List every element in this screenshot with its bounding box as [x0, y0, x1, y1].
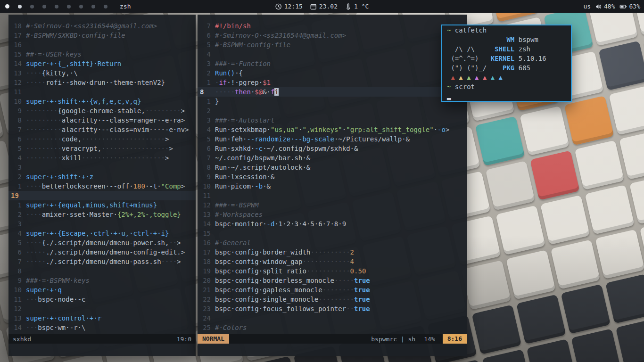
bar-center-modules: 12:15 23.02 1 °C: [275, 0, 369, 13]
workspace-dot-6[interactable]: [67, 5, 71, 8]
editor-line[interactable]: 2super·+·shift·+·z: [8, 172, 196, 181]
editor-line[interactable]: 17#·BSPWM/SXKBD·config·file: [8, 31, 196, 40]
editor-line[interactable]: 12·····rofi·-show·drun·-theme·ntenV2}: [8, 78, 196, 87]
editor-line[interactable]: 14super·+·{_,shift}·Return: [8, 59, 196, 68]
code-token: betterlockscreen·--off·: [42, 182, 133, 190]
editor-line[interactable]: 6·····./.script/dmenu/dmenu-config-edit.…: [8, 247, 196, 257]
editor-line[interactable]: 5Run·feh·--randomize·--bg-scale·~/Pictur…: [198, 134, 467, 144]
editor-line[interactable]: 21bspc·config·gapless_monocle········tru…: [198, 285, 467, 295]
editor-line[interactable]: 13super·+·control·+·r: [8, 313, 196, 323]
code-token: "grp:alt_shift_toggle": [346, 126, 433, 133]
editor-line[interactable]: 25#·Colors: [198, 323, 467, 332]
editor-line[interactable]: 5·········veracrypt,·················>: [8, 144, 196, 153]
editor-line[interactable]: 13#·Workspaces: [198, 210, 467, 219]
editor-line[interactable]: 7#!/bin/sh: [198, 21, 467, 31]
keyboard-layout-module[interactable]: us: [583, 3, 591, 10]
editor-line[interactable]: 3###·=·Autostart: [198, 115, 467, 125]
editor-line[interactable]: 4·········xkill·····················>: [8, 153, 196, 163]
terminal-line: ▂: [447, 91, 566, 101]
editor-line[interactable]: 1super·+·{equal,minus,shift+minus}: [8, 200, 196, 210]
editor-line[interactable]: 2Run()·{: [198, 68, 467, 78]
code-token: ····: [161, 258, 177, 265]
editor-line[interactable]: 4super·+·{Escape,·ctrl·+·u,·ctrl·+·i}: [8, 229, 196, 238]
code-token: ·········: [26, 154, 62, 162]
editor-line[interactable]: 11···bspc·node·-c: [8, 295, 196, 304]
editor-line[interactable]: 6#·Smirnov-O·<ss2316544@gmail.com>: [198, 31, 467, 40]
editor-line[interactable]: 12: [8, 304, 196, 313]
keycap: [629, 174, 644, 224]
editor-line[interactable]: 17bspc·config·border_width··········2: [198, 247, 467, 257]
editor-line[interactable]: 24: [198, 313, 467, 323]
editor-line[interactable]: 22bspc·config·single_monocle·········tru…: [198, 295, 467, 304]
editor-line[interactable]: 15: [198, 229, 467, 238]
editor-line[interactable]: 11: [198, 191, 467, 200]
bspwmrc-editor-buffer[interactable]: 7#!/bin/sh6#·Smirnov-O·<ss2316544@gmail.…: [198, 15, 467, 334]
editor-line[interactable]: 10super·+·shift·+·{w,f,e,c,v,q}: [8, 97, 196, 106]
editor-line[interactable]: 5#·BSPWM·config·file: [198, 40, 467, 49]
workspace-dot-3[interactable]: [30, 5, 34, 8]
editor-line[interactable]: 23bspc·config·focus_follows_pointer··tru…: [198, 304, 467, 313]
cursor-line[interactable]: 8·····then·$@&·fi: [198, 87, 467, 97]
editor-line[interactable]: 1····betterlockscreen·--off·180·-t·"Comp…: [8, 181, 196, 191]
volume-module[interactable]: 48%: [595, 3, 615, 10]
editor-line[interactable]: 8·········alacritty·--class=ranger·-e·ra…: [8, 115, 196, 125]
workspace-dot-2[interactable]: [18, 5, 22, 8]
editor-line[interactable]: 1·if·!·pgrep·$1: [198, 78, 467, 87]
left-terminal-window[interactable]: 18#·Smirnov-O·<ss2316544@gmail.com>17#·B…: [8, 15, 196, 356]
line-number: 8: [8, 115, 26, 125]
code-text: bspc·config·focus_follows_pointer··true: [215, 304, 370, 313]
editor-line[interactable]: 9###·=·BSPWM·keys: [8, 276, 196, 285]
editor-line[interactable]: 9Run·lxsession·&: [198, 172, 467, 181]
editor-line[interactable]: 16: [8, 40, 196, 49]
workspace-dot-8[interactable]: [91, 5, 95, 8]
workspace-dot-1[interactable]: [5, 4, 9, 8]
editor-line[interactable]: 3###·=·Function: [198, 59, 467, 68]
editor-line[interactable]: 10Run·picom·-b·&: [198, 181, 467, 191]
workspace-dot-7[interactable]: [79, 5, 83, 8]
editor-line[interactable]: 11: [8, 87, 196, 97]
workspace-dot-4[interactable]: [42, 5, 46, 8]
editor-line[interactable]: 8: [8, 266, 196, 276]
editor-line[interactable]: 19bspc·config·split_ratio···········0.50: [198, 266, 467, 276]
editor-line[interactable]: 6Run·sxhkd·-c·~/.config/bspwm/sxhkd·&: [198, 144, 467, 153]
cursor-line[interactable]: 19: [8, 191, 196, 200]
editor-line[interactable]: 18bspc·config·window_gap············4: [198, 257, 467, 266]
editor-line[interactable]: 16#·General: [198, 238, 467, 247]
editor-line[interactable]: 20bspc·config·borderless_monocle·····tru…: [198, 276, 467, 285]
editor-line[interactable]: 4Run·setxkbmap·"us,ua"·",winkeys"·"grp:a…: [198, 125, 467, 134]
line-number: 17: [8, 31, 26, 40]
editor-line[interactable]: 2····amixer·sset·Master·{2%+,2%-,toggle}: [8, 210, 196, 219]
editor-line[interactable]: 14···bspc·wm·-r·\: [8, 323, 196, 332]
editor-line[interactable]: 18#·Smirnov-O·<ss2316544@gmail.com>: [8, 21, 196, 31]
editor-line[interactable]: 15##·=·USER·keys: [8, 49, 196, 59]
code-text: Run·lxsession·&: [215, 172, 274, 181]
workspace-dot-9[interactable]: [104, 5, 107, 8]
editor-line[interactable]: 10super·+·q: [8, 285, 196, 295]
code-token: ·····: [26, 79, 46, 86]
code-text: ·········veracrypt,·················>: [26, 144, 173, 153]
editor-line[interactable]: 13····{kitty,·\: [8, 68, 196, 78]
line-number: 15: [8, 49, 26, 59]
line-number: 25: [198, 323, 215, 332]
editor-line[interactable]: 12###·=·BSPWM: [198, 200, 467, 210]
editor-line[interactable]: 9········{google-chrome-stable,·········…: [8, 106, 196, 115]
workspace-dot-5[interactable]: [55, 5, 58, 8]
editor-line[interactable]: 7·····./.script/dmenu/dmenu-pass.sh····>: [8, 257, 196, 266]
fetch-terminal-window[interactable]: ~ catfetch WM bspwm /\_/\ SHELL zsh (=^.…: [441, 25, 572, 102]
code-text: ·········xkill·····················>: [26, 153, 169, 163]
battery-module[interactable]: 63%: [619, 3, 640, 10]
line-number: 2: [198, 68, 215, 78]
editor-line[interactable]: 8Run·~/.script/autolock·&: [198, 163, 467, 172]
editor-line[interactable]: 7·········alacritty·--class=nvim····-e·n…: [8, 125, 196, 134]
editor-line[interactable]: 14bspc·monitor·-d·1·2·3·4·5·6·7·8·9: [198, 219, 467, 229]
editor-line[interactable]: 3: [8, 163, 196, 172]
right-terminal-window[interactable]: 7#!/bin/sh6#·Smirnov-O·<ss2316544@gmail.…: [198, 15, 467, 356]
editor-line[interactable]: 5····{./.script/dmenu/dmenu-power.sh,··>: [8, 238, 196, 247]
editor-line[interactable]: 6·········code,·····················>: [8, 134, 196, 144]
editor-line[interactable]: 4: [198, 49, 467, 59]
editor-line[interactable]: 3: [8, 219, 196, 229]
sxhkd-editor-buffer[interactable]: 18#·Smirnov-O·<ss2316544@gmail.com>17#·B…: [8, 15, 196, 334]
editor-line[interactable]: 1}: [198, 97, 467, 106]
editor-line[interactable]: 2: [198, 106, 467, 115]
editor-line[interactable]: 7~/.config/bspwm/bar.sh·&: [198, 153, 467, 163]
